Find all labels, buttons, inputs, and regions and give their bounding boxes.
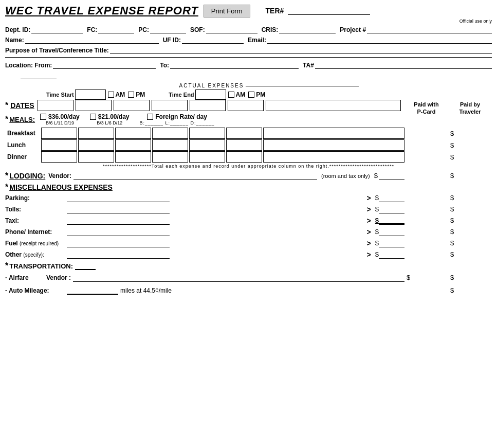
taxi-pcard-field[interactable] xyxy=(379,217,404,225)
breakfast-cell-4[interactable] xyxy=(152,128,188,139)
uf-id-field[interactable] xyxy=(182,35,244,44)
lunch-cell-2[interactable] xyxy=(78,139,114,151)
official-use-text: Official use only xyxy=(5,19,492,24)
breakfast-cell-1[interactable] xyxy=(41,128,77,139)
phone-pcard xyxy=(404,227,448,237)
breakfast-cell-6[interactable] xyxy=(226,128,262,139)
time-start-field[interactable] xyxy=(75,89,106,100)
lodging-pcard xyxy=(404,171,448,181)
phone-field[interactable] xyxy=(67,228,170,236)
lunch-cell-6[interactable] xyxy=(226,139,262,151)
tolls-field[interactable] xyxy=(67,205,170,213)
breakfast-cell-3[interactable] xyxy=(115,128,151,139)
rate1-amount: $36.00/day xyxy=(48,113,80,120)
dinner-cell-5[interactable] xyxy=(189,151,225,163)
lunch-cell-7[interactable] xyxy=(263,139,404,151)
am2-checkbox-label[interactable]: AM xyxy=(228,91,246,98)
airfare-vendor-field[interactable] xyxy=(73,274,404,282)
breakfast-cell-2[interactable] xyxy=(78,128,114,139)
ta-label: TA# xyxy=(303,62,314,69)
uf-id-label: UF ID: xyxy=(163,37,181,44)
fuel-pcard-field[interactable] xyxy=(379,239,404,247)
taxi-dollar1: $ xyxy=(375,217,379,224)
airfare-vendor-label: Vendor : xyxy=(46,274,71,281)
email-field[interactable] xyxy=(267,35,492,44)
print-button[interactable]: Print Form xyxy=(204,5,250,17)
lunch-cell-1[interactable] xyxy=(41,139,77,151)
airfare-traveler: $ xyxy=(448,273,492,282)
from-field[interactable] xyxy=(53,61,156,69)
rate1-checkbox[interactable] xyxy=(40,114,46,120)
am-checkbox[interactable] xyxy=(108,92,114,98)
am-checkbox-label[interactable]: AM xyxy=(108,91,125,98)
date-cell-2[interactable] xyxy=(76,100,112,111)
am2-label: AM xyxy=(236,91,246,98)
pm2-checkbox[interactable] xyxy=(248,92,254,98)
lodging-vendor-field[interactable] xyxy=(73,172,317,180)
parking-dollar1: $ xyxy=(375,194,379,202)
tolls-pcard-field[interactable] xyxy=(379,205,404,213)
date-cell-1[interactable] xyxy=(38,100,73,111)
pc-field[interactable] xyxy=(150,25,186,33)
to-field[interactable] xyxy=(170,61,299,69)
sof-field[interactable] xyxy=(206,25,257,33)
lodging-room-tax: (room and tax only) xyxy=(321,173,370,179)
dinner-cell-4[interactable] xyxy=(152,151,188,163)
date-cell-6[interactable] xyxy=(228,100,264,111)
pm-checkbox-label[interactable]: PM xyxy=(128,91,145,98)
lunch-pcard xyxy=(404,140,448,150)
rate2-checkbox[interactable] xyxy=(90,114,96,120)
taxi-arrow: > xyxy=(357,217,371,225)
dinner-cell-7[interactable] xyxy=(263,151,404,163)
dinner-cell-3[interactable] xyxy=(115,151,151,163)
time-end-label: Time End xyxy=(169,92,194,98)
date-cell-4[interactable] xyxy=(152,100,188,111)
parking-field[interactable] xyxy=(67,194,170,202)
dinner-cell-6[interactable] xyxy=(226,151,262,163)
other-field[interactable] xyxy=(67,250,170,259)
pm2-checkbox-label[interactable]: PM xyxy=(248,91,265,98)
lodging-pcard-field[interactable] xyxy=(379,172,404,180)
project-field[interactable] xyxy=(367,25,492,33)
lunch-cell-4[interactable] xyxy=(152,139,188,151)
date-cell-7[interactable] xyxy=(266,100,401,111)
location-from-label: Location: From: xyxy=(5,62,52,69)
rate2-sub: B/3 L/6 D/12 xyxy=(97,120,122,126)
rate3-label: Foreign Rate/ day xyxy=(155,113,207,120)
transport-asterisk: * xyxy=(5,261,8,271)
parking-arrow: > xyxy=(357,194,371,202)
am2-checkbox[interactable] xyxy=(228,92,234,98)
fc-field[interactable] xyxy=(98,25,134,33)
purpose-field[interactable] xyxy=(110,46,492,54)
to-label: To: xyxy=(160,62,169,69)
pm-checkbox[interactable] xyxy=(128,92,134,98)
name-label: Name: xyxy=(5,37,24,44)
lunch-cell-3[interactable] xyxy=(115,139,151,151)
phone-pcard-field[interactable] xyxy=(379,228,404,236)
rate1-sub: B/6 L/11 D/19 xyxy=(46,120,74,126)
rate3-checkbox[interactable] xyxy=(147,114,153,120)
dept-id-field[interactable] xyxy=(31,25,83,33)
ter-field[interactable] xyxy=(288,14,370,15)
ta-field[interactable] xyxy=(315,61,492,69)
lodging-label: LODGING: xyxy=(9,172,45,180)
lunch-cell-5[interactable] xyxy=(189,139,225,151)
time-end-field[interactable] xyxy=(195,89,226,100)
other-pcard-field[interactable] xyxy=(379,250,404,259)
breakfast-cell-5[interactable] xyxy=(189,128,225,139)
date-cell-5[interactable] xyxy=(190,100,226,111)
mileage-field[interactable] xyxy=(67,286,118,295)
auto-pcard xyxy=(404,285,448,295)
meals-asterisk: * xyxy=(5,115,8,124)
taxi-field[interactable] xyxy=(67,217,170,225)
dinner-cell-1[interactable] xyxy=(41,151,77,163)
fuel-field[interactable] xyxy=(67,239,170,247)
breakfast-cell-7[interactable] xyxy=(263,128,404,139)
name-field[interactable] xyxy=(25,35,159,44)
cris-field[interactable] xyxy=(279,25,336,33)
date-cell-3[interactable] xyxy=(114,100,150,111)
parking-pcard-field[interactable] xyxy=(379,194,404,202)
dinner-cell-2[interactable] xyxy=(78,151,114,163)
misc-top-field[interactable] xyxy=(21,71,57,79)
miles-label: miles at 44.5¢/mile xyxy=(120,287,172,294)
